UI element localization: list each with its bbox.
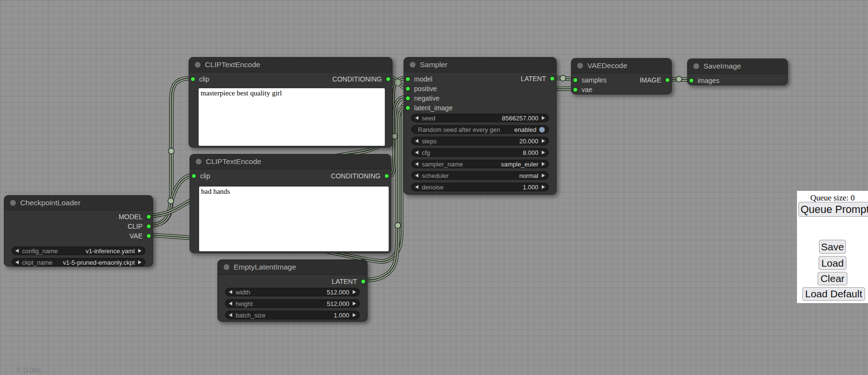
decrement-arrow-icon[interactable] (415, 185, 418, 189)
node-title-bar[interactable]: VAEDecode (571, 59, 671, 73)
collapse-dot-icon[interactable] (10, 200, 16, 206)
output-port-label: LATENT (332, 278, 357, 285)
denoise-widget[interactable]: denoise 1.000 (411, 183, 549, 191)
image-output-port[interactable] (665, 78, 670, 82)
width-widget[interactable]: width 512.000 (225, 288, 360, 296)
node-sampler[interactable]: Sampler LATENT model positive negative l… (404, 57, 557, 195)
widget-label: sampler_name (422, 161, 463, 168)
increment-arrow-icon[interactable] (542, 174, 545, 177)
load-default-button[interactable]: Load Default (802, 287, 865, 301)
negative-input-port[interactable] (405, 96, 410, 101)
decrement-arrow-icon[interactable] (15, 249, 19, 253)
widget-label: seed (422, 115, 435, 122)
images-input-port[interactable] (689, 78, 694, 83)
queue-prompt-button[interactable]: Queue Prompt (798, 202, 868, 217)
latent-image-input-port[interactable] (405, 105, 410, 110)
latent-output-port[interactable] (550, 76, 555, 81)
output-port-label: VAE (130, 232, 143, 240)
decrement-arrow-icon[interactable] (229, 313, 232, 317)
node-saveimage[interactable]: SaveImage images (687, 59, 788, 85)
input-port-label: samples (582, 76, 606, 84)
sampler-name-widget[interactable]: sampler_name sample_euler (411, 160, 549, 168)
cfg-widget[interactable]: cfg 8.000 (411, 148, 549, 157)
ckpt-name-widget[interactable]: ckpt_name v1-5-pruned-emaonly.ckpt (12, 258, 145, 267)
collapse-dot-icon[interactable] (195, 62, 201, 68)
negative-prompt-textarea[interactable]: bad hands (199, 187, 389, 251)
input-port-label: negative (414, 94, 440, 102)
increment-arrow-icon[interactable] (542, 139, 545, 143)
link-midpoint-dot (676, 76, 682, 82)
increment-arrow-icon[interactable] (542, 151, 545, 154)
clip-output-port[interactable] (146, 224, 151, 229)
widget-value: v1-inference.yaml (85, 247, 135, 255)
node-title-bar[interactable]: CLIPTextEncode (189, 58, 392, 72)
model-output-port[interactable] (146, 214, 151, 219)
increment-arrow-icon[interactable] (542, 162, 545, 166)
positive-input-port[interactable] (405, 86, 410, 91)
steps-widget[interactable]: steps 20.000 (411, 137, 549, 145)
increment-arrow-icon[interactable] (353, 313, 356, 317)
positive-prompt-textarea[interactable]: masterpiece best quality girl (199, 88, 385, 146)
link-midpoint-dot (168, 148, 174, 154)
node-emptylatentimage[interactable]: EmptyLatentImage LATENT width 512.000 he… (217, 259, 368, 322)
node-title: CheckpointLoader (20, 199, 81, 207)
node-checkpointloader[interactable]: CheckpointLoader MODEL CLIP VAE conf (4, 195, 153, 267)
increment-arrow-icon[interactable] (353, 290, 356, 294)
save-button[interactable]: Save (819, 240, 846, 254)
increment-arrow-icon[interactable] (542, 185, 545, 189)
vae-input-port[interactable] (573, 87, 578, 92)
node-title-bar[interactable]: CheckpointLoader (4, 196, 153, 211)
node-title: EmptyLatentImage (234, 263, 296, 271)
input-row-latent-image: latent_image (404, 103, 556, 113)
seed-widget[interactable]: seed 8566257.000 (411, 114, 549, 122)
clear-button[interactable]: Clear (818, 272, 847, 285)
decrement-arrow-icon[interactable] (229, 302, 232, 305)
widget-label: Random seed after every gen (418, 126, 500, 133)
model-input-port[interactable] (405, 77, 410, 82)
decrement-arrow-icon[interactable] (415, 162, 418, 166)
increment-arrow-icon[interactable] (542, 116, 545, 120)
node-title-bar[interactable]: EmptyLatentImage (218, 260, 367, 275)
clip-input-port[interactable] (190, 77, 195, 82)
height-widget[interactable]: height 512.000 (225, 299, 360, 308)
collapse-dot-icon[interactable] (577, 63, 583, 69)
load-button[interactable]: Load (819, 256, 846, 270)
decrement-arrow-icon[interactable] (415, 151, 418, 154)
node-graph-canvas[interactable]: T: 0.00s CheckpointLoader MODEL CLIP VAE (0, 0, 868, 375)
node-cliptextencode-negative[interactable]: CLIPTextEncode clip CONDITIONING bad han… (190, 154, 391, 253)
widget-value: 512.000 (327, 289, 349, 296)
node-cliptextencode-positive[interactable]: CLIPTextEncode clip CONDITIONING masterp… (189, 57, 392, 148)
latent-output-port[interactable] (361, 279, 366, 284)
toggle-circle-icon[interactable] (539, 127, 545, 133)
clip-input-port[interactable] (191, 174, 196, 178)
collapse-dot-icon[interactable] (693, 63, 699, 69)
decrement-arrow-icon[interactable] (415, 139, 418, 143)
decrement-arrow-icon[interactable] (229, 290, 232, 294)
widget-label: steps (422, 138, 437, 145)
scheduler-widget[interactable]: scheduler normal (411, 171, 549, 180)
decrement-arrow-icon[interactable] (15, 260, 19, 264)
widget-value: 20.000 (519, 138, 538, 145)
config-name-widget[interactable]: config_name v1-inference.yaml (12, 246, 145, 255)
conditioning-output-port[interactable] (384, 174, 389, 178)
samples-input-port[interactable] (573, 78, 578, 82)
widget-label: ckpt_name (22, 259, 53, 266)
decrement-arrow-icon[interactable] (415, 116, 418, 120)
batch-size-widget[interactable]: batch_size 1.000 (225, 311, 360, 319)
node-vaedecode[interactable]: VAEDecode samples IMAGE vae (571, 58, 672, 94)
random-seed-toggle-widget[interactable]: Random seed after every gen enabled (411, 125, 549, 134)
decrement-arrow-icon[interactable] (415, 174, 418, 177)
collapse-dot-icon[interactable] (224, 264, 229, 270)
conditioning-output-port[interactable] (386, 77, 391, 82)
node-title-bar[interactable]: CLIPTextEncode (190, 154, 391, 169)
collapse-dot-icon[interactable] (196, 159, 202, 164)
node-title-bar[interactable]: SaveImage (688, 59, 787, 74)
increment-arrow-icon[interactable] (138, 249, 142, 253)
node-title-bar[interactable]: Sampler (404, 58, 556, 72)
widget-value: 8.000 (523, 149, 538, 156)
collapse-dot-icon[interactable] (410, 62, 416, 68)
vae-output-port[interactable] (146, 234, 151, 238)
increment-arrow-icon[interactable] (353, 302, 356, 305)
queue-size-label: Queue size: 0 (797, 193, 868, 203)
increment-arrow-icon[interactable] (138, 260, 142, 264)
